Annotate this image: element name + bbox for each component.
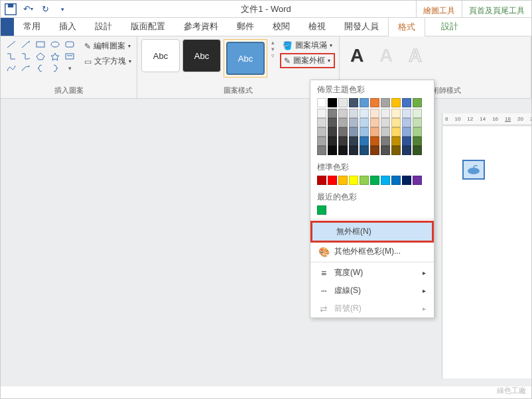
color-swatch[interactable]: [413, 137, 422, 146]
shape-style-3[interactable]: Abc: [226, 42, 265, 75]
color-swatch[interactable]: [381, 118, 390, 127]
color-swatch[interactable]: [391, 98, 401, 107]
color-swatch[interactable]: [338, 127, 348, 137]
color-swatch[interactable]: [317, 205, 326, 215]
tab-references[interactable]: 參考資料: [174, 17, 228, 36]
tab-design[interactable]: 設計: [86, 17, 121, 36]
wordart-style-1[interactable]: A: [344, 39, 370, 72]
shape-rrect-icon[interactable]: [63, 39, 76, 50]
tab-insert[interactable]: 插入: [50, 17, 86, 36]
shape-more-icon[interactable]: ▾: [63, 63, 76, 74]
weight-item[interactable]: ≡ 寬度(W) ▸: [310, 264, 434, 282]
color-swatch[interactable]: [360, 98, 369, 107]
color-swatch[interactable]: [402, 98, 411, 107]
color-swatch[interactable]: [328, 137, 337, 146]
tab-review[interactable]: 校閱: [263, 17, 299, 36]
color-swatch[interactable]: [370, 118, 379, 127]
no-outline-item[interactable]: 無外框(N): [310, 221, 434, 243]
wordart-style-3[interactable]: A: [402, 39, 429, 72]
color-swatch[interactable]: [402, 176, 411, 185]
shape-poly-icon[interactable]: [34, 51, 47, 62]
color-swatch[interactable]: [381, 146, 390, 155]
color-swatch[interactable]: [349, 127, 358, 137]
color-swatch[interactable]: [328, 109, 337, 118]
color-swatch[interactable]: [391, 127, 401, 137]
color-swatch[interactable]: [413, 176, 422, 185]
color-swatch[interactable]: [391, 118, 401, 127]
color-swatch[interactable]: [338, 146, 348, 155]
color-swatch[interactable]: [370, 109, 379, 118]
tab-layout[interactable]: 版面配置: [121, 17, 174, 36]
shape-curve-icon[interactable]: [5, 63, 18, 74]
tab-view[interactable]: 檢視: [299, 17, 335, 36]
color-swatch[interactable]: [338, 176, 348, 185]
shape-elbow-arrow-icon[interactable]: [19, 51, 33, 62]
color-swatch[interactable]: [328, 146, 337, 155]
color-swatch[interactable]: [370, 146, 379, 155]
color-swatch[interactable]: [349, 118, 358, 127]
redo-icon[interactable]: ↻: [38, 3, 52, 16]
color-swatch[interactable]: [349, 137, 358, 146]
shape-line-icon[interactable]: [5, 39, 18, 50]
color-swatch[interactable]: [381, 98, 390, 107]
shape-brace-l-icon[interactable]: [34, 63, 47, 74]
color-swatch[interactable]: [338, 118, 348, 127]
color-swatch[interactable]: [381, 137, 390, 146]
color-swatch[interactable]: [413, 98, 422, 107]
color-swatch[interactable]: [328, 98, 337, 107]
color-swatch[interactable]: [317, 176, 326, 185]
color-swatch[interactable]: [413, 146, 422, 155]
color-swatch[interactable]: [349, 146, 358, 155]
more-colors-item[interactable]: 🎨 其他外框色彩(M)...: [310, 243, 434, 260]
file-tab[interactable]: [1, 17, 14, 36]
shape-star-icon[interactable]: [48, 51, 62, 62]
color-swatch[interactable]: [402, 109, 411, 118]
color-swatch[interactable]: [349, 176, 358, 185]
color-swatch[interactable]: [360, 176, 369, 185]
color-swatch[interactable]: [391, 146, 401, 155]
color-swatch[interactable]: [391, 137, 401, 146]
shape-elbow-icon[interactable]: [5, 51, 18, 62]
color-swatch[interactable]: [349, 98, 358, 107]
color-swatch[interactable]: [317, 146, 326, 155]
color-swatch[interactable]: [402, 118, 411, 127]
color-swatch[interactable]: [381, 176, 390, 185]
ruler[interactable]: 8 10 12 14 16 18 20 22 24: [442, 113, 531, 125]
color-swatch[interactable]: [360, 127, 369, 137]
color-swatch[interactable]: [338, 98, 348, 107]
color-swatch[interactable]: [391, 176, 401, 185]
color-swatch[interactable]: [317, 98, 326, 107]
save-icon[interactable]: [3, 3, 18, 16]
color-swatch[interactable]: [317, 137, 326, 146]
shapes-gallery[interactable]: ▾: [5, 39, 76, 74]
selected-shape[interactable]: [462, 160, 485, 180]
color-swatch[interactable]: [370, 127, 379, 137]
text-box-button[interactable]: ▭文字方塊▾: [83, 54, 133, 68]
shape-curve-arrow-icon[interactable]: [19, 63, 33, 74]
color-swatch[interactable]: [360, 118, 369, 127]
tab-format[interactable]: 格式: [388, 17, 425, 36]
color-swatch[interactable]: [413, 109, 422, 118]
shape-brace-r-icon[interactable]: [48, 63, 62, 74]
qat-customize-icon[interactable]: ▾: [55, 3, 70, 16]
shape-oval-icon[interactable]: [48, 39, 62, 50]
color-swatch[interactable]: [370, 176, 379, 185]
page[interactable]: [442, 127, 531, 378]
wordart-style-2[interactable]: A: [373, 39, 399, 72]
color-swatch[interactable]: [328, 127, 337, 137]
dashes-item[interactable]: ┄ 虛線(S) ▸: [310, 282, 434, 300]
color-swatch[interactable]: [381, 127, 390, 137]
color-swatch[interactable]: [370, 98, 379, 107]
color-swatch[interactable]: [338, 137, 348, 146]
style-gallery-spinner[interactable]: ▴▾▿: [271, 39, 275, 59]
undo-icon[interactable]: ↶▾: [21, 3, 35, 16]
shape-rect-icon[interactable]: [34, 39, 47, 50]
color-swatch[interactable]: [338, 109, 348, 118]
color-swatch[interactable]: [402, 146, 411, 155]
color-swatch[interactable]: [317, 118, 326, 127]
color-swatch[interactable]: [360, 146, 369, 155]
shape-style-1[interactable]: Abc: [141, 39, 180, 72]
color-swatch[interactable]: [402, 137, 411, 146]
shape-outline-button[interactable]: ✎圖案外框▾: [280, 53, 335, 68]
color-swatch[interactable]: [360, 109, 369, 118]
